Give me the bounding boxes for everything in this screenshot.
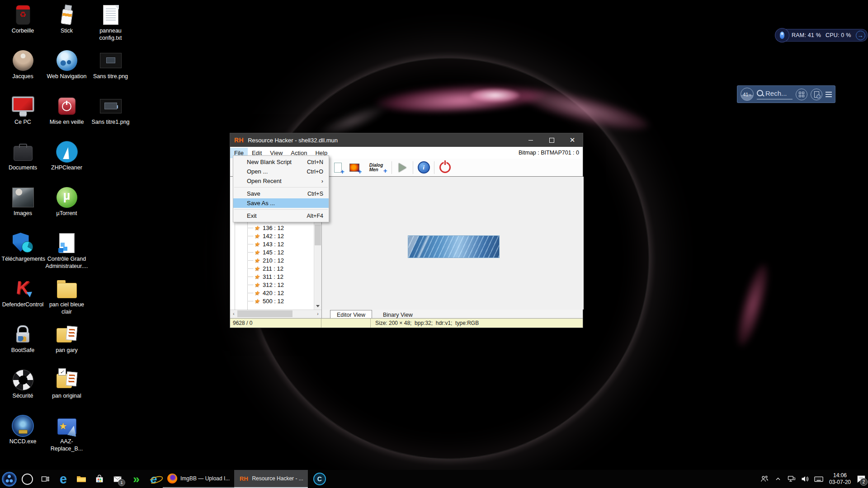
play-icon	[399, 163, 406, 172]
desktop-icon-ce-pc[interactable]: Ce PC	[1, 93, 45, 139]
task-view-button[interactable]	[36, 470, 54, 488]
minimize-button[interactable]	[520, 133, 541, 147]
close-button[interactable]: ✕	[562, 133, 583, 147]
desktop-icon-label: ZHPCleaner	[51, 164, 82, 172]
desktop-icon-label: Sans titre.png	[93, 73, 128, 80]
ram-usage: RAM: 41 %	[792, 32, 821, 38]
desktop-icon-securite[interactable]: Sécurité	[1, 367, 45, 413]
search-widget[interactable]: 41 % Rech...	[737, 85, 835, 103]
apps-grid-button[interactable]	[796, 89, 807, 100]
desktop-icon-label: µTorrent	[56, 210, 77, 217]
run-button[interactable]	[395, 160, 410, 175]
tree-item[interactable]: 136 : 12	[247, 224, 314, 232]
arrow-right-icon[interactable]: →	[856, 31, 865, 40]
search-input[interactable]: Rech...	[757, 89, 793, 99]
desktop-icon-utorrent[interactable]: µTorrent	[45, 184, 89, 230]
scrollbar-thumb[interactable]	[315, 225, 321, 245]
desktop-icon-zhpcleaner[interactable]: ZHPCleaner	[45, 139, 89, 184]
desktop-icon-telechargements[interactable]: Téléchargements	[1, 230, 45, 276]
status-count: 9628 / 0	[230, 319, 321, 328]
bitmap-preview-image[interactable]	[408, 235, 500, 258]
menu-item-save[interactable]: Save Ctrl+S	[233, 189, 329, 198]
tree-item[interactable]: 145 : 12	[247, 248, 314, 256]
desktop-icon-mise-en-veille[interactable]: Mise en veille	[45, 93, 89, 139]
tree-item[interactable]: 312 : 12	[247, 281, 314, 289]
desktop-icon-pan-gary[interactable]: pan gary	[45, 321, 89, 367]
file-explorer-button[interactable]	[72, 470, 90, 488]
tree-item[interactable]: 211 : 12	[247, 264, 314, 272]
desktop-icon-label: Corbeille	[12, 28, 34, 35]
tree-item[interactable]: 143 : 12	[247, 240, 314, 248]
menu-separator[interactable]	[234, 209, 328, 210]
desktop-icon-jacques[interactable]: Jacques	[1, 47, 45, 93]
add-dialog-menu-button[interactable]: DialogMen	[363, 160, 389, 175]
tree-item[interactable]: 500 : 12	[247, 297, 314, 305]
desktop-icon-image	[56, 95, 78, 117]
power-icon	[439, 162, 451, 173]
scrollbar-thumb[interactable]	[237, 310, 292, 317]
people-button[interactable]	[758, 470, 771, 488]
history-doc-button[interactable]	[811, 89, 822, 100]
touch-keyboard-button[interactable]	[812, 470, 826, 488]
scroll-down-button[interactable]	[314, 302, 321, 310]
desktop-icon-sans-titre[interactable]: Sans titre.png	[89, 47, 132, 93]
tree-item[interactable]: 142 : 12	[247, 232, 314, 240]
tree-item[interactable]: 311 : 12	[247, 272, 314, 281]
exit-button[interactable]	[437, 160, 453, 175]
desktop-icon-web-navigation[interactable]: Web Navigation	[45, 47, 89, 93]
menu-item-exit[interactable]: Exit Alt+F4	[233, 211, 329, 221]
desktop-icon-controle-grand-administrateur[interactable]: Contrôle Grand Administrateur....	[45, 230, 89, 276]
menu-item-open-recent[interactable]: Open Recent ›	[233, 176, 329, 186]
tree-item[interactable]: 210 : 12	[247, 256, 314, 264]
desktop-icon-images[interactable]: Images	[1, 184, 45, 230]
store-button[interactable]	[90, 470, 108, 488]
desktop-icon-corbeille[interactable]: Corbeille	[1, 2, 45, 47]
window-titlebar[interactable]: RH Resource Hacker - shell32.dll.mun ✕	[230, 133, 583, 147]
scroll-right-button[interactable]: ›	[314, 310, 321, 318]
internet-explorer-button[interactable]: e	[145, 470, 163, 488]
desktop-icon-aaz-replace[interactable]: AAZ-Replace_B...	[45, 413, 89, 458]
menu-item-save-as[interactable]: Save As ...	[233, 198, 329, 208]
desktop-icon-pan-original[interactable]: pan original	[45, 367, 89, 413]
action-center-button[interactable]: 2	[854, 470, 868, 488]
taskbar: e 1 » e ImgBB — Upload I... Resource Hac…	[0, 470, 868, 488]
volume-button[interactable]	[798, 470, 812, 488]
task-resource-hacker[interactable]: Resource Hacker - ...	[234, 470, 307, 488]
desktop-icon-stick[interactable]: Stick	[45, 2, 89, 47]
tree-item[interactable]: 420 : 12	[247, 289, 314, 297]
clock[interactable]: 14:06 03-07-20	[829, 472, 851, 486]
add-resource-button[interactable]	[330, 160, 345, 175]
desktop-icon-image	[56, 323, 78, 346]
maximize-button[interactable]	[541, 133, 562, 147]
menu-item-open[interactable]: Open ... Ctrl+O	[233, 167, 329, 176]
tree-horizontal-scrollbar[interactable]: ‹ ›	[230, 310, 321, 318]
quick-launch-button[interactable]: »	[127, 470, 145, 488]
desktop-icon-label: Sans titre1.png	[91, 119, 129, 126]
desktop-icon-defendercontrol[interactable]: DefenderControl	[1, 276, 45, 321]
menu-item-new-blank-script[interactable]: New Blank Script Ctrl+N	[233, 157, 329, 167]
tray-expand-button[interactable]	[771, 470, 785, 488]
add-image-button[interactable]	[347, 160, 362, 175]
desktop-icon-pan-ciel-bleue-clair[interactable]: pan ciel bleue clair	[45, 276, 89, 321]
star-icon	[253, 232, 260, 240]
cortana-button[interactable]	[18, 470, 36, 488]
c-app-button[interactable]: C	[311, 470, 329, 488]
mail-button[interactable]: 1	[108, 470, 127, 488]
desktop-icon-label: Téléchargements	[2, 256, 44, 263]
desktop-icon-documents[interactable]: Documents	[1, 139, 45, 184]
star-icon	[253, 272, 260, 281]
performance-widget[interactable]: RAM: 41 % CPU: 0 % →	[776, 29, 868, 42]
scroll-left-button[interactable]: ‹	[230, 310, 237, 318]
desktop-icon-sans-titre1[interactable]: Sans titre1.png	[89, 93, 132, 139]
desktop-icon-bootsafe[interactable]: BootSafe	[1, 321, 45, 367]
menu-separator[interactable]	[234, 187, 328, 188]
desktop-icon-panneau-config[interactable]: panneau config.txt	[89, 2, 132, 47]
task-imgbb[interactable]: ImgBB — Upload I...	[163, 470, 234, 488]
info-button[interactable]: i	[416, 160, 431, 175]
search-placeholder: Rech...	[765, 89, 787, 97]
edge-button[interactable]: e	[54, 470, 72, 488]
desktop-icon-nccd[interactable]: NCCD.exe	[1, 413, 45, 458]
network-button[interactable]	[785, 470, 798, 488]
start-button[interactable]	[0, 470, 18, 488]
menu-button[interactable]	[826, 92, 832, 97]
